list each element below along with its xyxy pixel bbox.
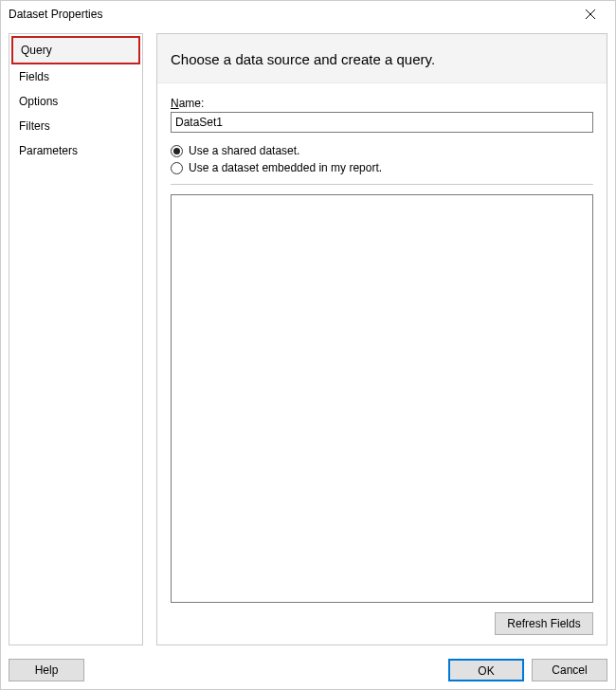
help-button[interactable]: Help [9, 659, 84, 681]
main-header: Choose a data source and create a query. [157, 34, 607, 83]
close-icon [586, 9, 595, 19]
sidebar-item-label: Filters [19, 119, 50, 133]
dialog-footer: Help OK Cancel [1, 651, 615, 689]
ok-button[interactable]: OK [448, 659, 524, 681]
radio-label: Use a shared dataset. [189, 144, 299, 157]
window-title: Dataset Properties [9, 8, 102, 21]
sidebar-item-label: Query [21, 44, 52, 57]
query-listbox[interactable] [171, 194, 593, 603]
sidebar-item-options[interactable]: Options [11, 89, 140, 114]
sidebar-item-label: Parameters [19, 144, 78, 157]
name-label: Name: [171, 97, 593, 110]
main-body: Name: Use a shared dataset. Use a datase… [157, 83, 607, 645]
dataset-type-radio-group: Use a shared dataset. Use a dataset embe… [171, 142, 593, 176]
main-panel: Choose a data source and create a query.… [156, 33, 607, 645]
radio-icon [171, 162, 183, 174]
name-input[interactable] [171, 112, 593, 133]
refresh-row: Refresh Fields [171, 603, 593, 635]
close-button[interactable] [573, 4, 607, 25]
radio-embedded-dataset[interactable]: Use a dataset embedded in my report. [171, 159, 593, 176]
radio-shared-dataset[interactable]: Use a shared dataset. [171, 142, 593, 159]
sidebar-item-fields[interactable]: Fields [11, 64, 140, 89]
sidebar: Query Fields Options Filters Parameters [9, 33, 143, 645]
radio-label: Use a dataset embedded in my report. [189, 161, 382, 174]
sidebar-item-label: Fields [19, 70, 49, 83]
radio-icon [171, 145, 183, 157]
dataset-properties-dialog: Dataset Properties Query Fields Options … [0, 0, 616, 690]
refresh-fields-button[interactable]: Refresh Fields [495, 612, 593, 635]
titlebar: Dataset Properties [1, 1, 615, 27]
sidebar-item-query[interactable]: Query [11, 36, 140, 64]
sidebar-item-label: Options [19, 95, 58, 108]
sidebar-item-parameters[interactable]: Parameters [11, 138, 140, 163]
divider [171, 184, 593, 185]
dialog-body: Query Fields Options Filters Parameters … [1, 27, 615, 651]
sidebar-item-filters[interactable]: Filters [11, 114, 140, 138]
cancel-button[interactable]: Cancel [532, 659, 607, 681]
